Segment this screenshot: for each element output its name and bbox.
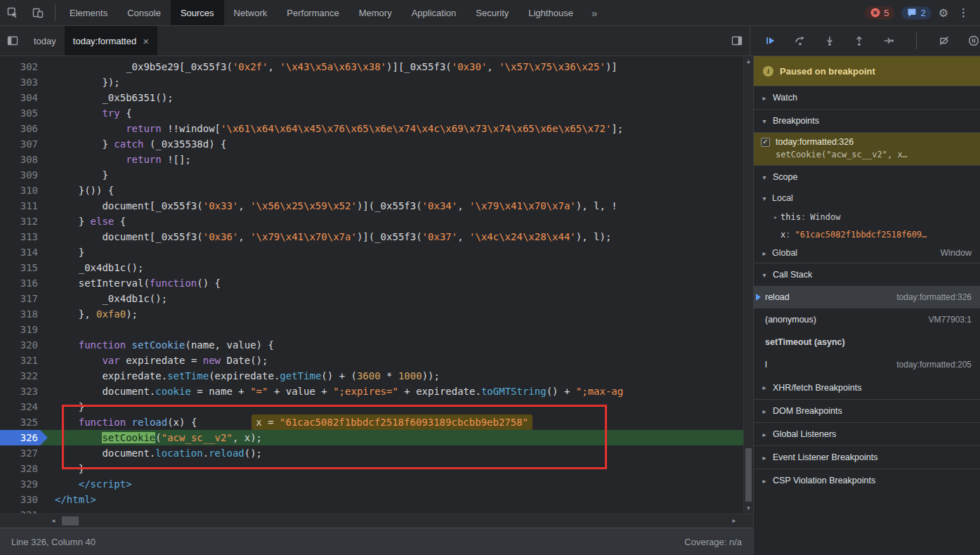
debugger-toolbar xyxy=(750,26,980,56)
line-number[interactable]: 326 xyxy=(0,430,48,445)
section-breakpoints[interactable]: ▾ Breakpoints xyxy=(754,109,980,132)
line-number[interactable]: 310 xyxy=(0,183,48,198)
line-number[interactable]: 325 xyxy=(0,414,48,430)
code-line-content: } xyxy=(48,399,743,414)
line-number[interactable]: 307 xyxy=(0,136,48,152)
line-number[interactable]: 321 xyxy=(0,353,48,368)
file-tab-today-formatted[interactable]: today:formatted × xyxy=(65,26,157,56)
section-dom-breakpoints[interactable]: ▸DOM Breakpoints xyxy=(754,399,980,422)
call-stack-frame[interactable]: reloadtoday:formatted:326 xyxy=(754,286,980,308)
editor-pane: 302 _0x9b5e29[_0x55f3('0x2f', '\x43\x5a\… xyxy=(0,56,753,555)
pause-on-exceptions-button[interactable] xyxy=(967,34,980,47)
panel-tab-bar: ElementsConsoleSourcesNetworkPerformance… xyxy=(0,0,980,26)
scope-group-local[interactable]: ▾ Local xyxy=(754,188,980,208)
tab-sources[interactable]: Sources xyxy=(171,0,224,25)
line-number[interactable]: 324 xyxy=(0,399,48,414)
code-line-308: 308 return ![]; xyxy=(0,152,743,167)
horizontal-scrollbar-thumb[interactable] xyxy=(62,516,79,525)
scope-group-global[interactable]: ▸ Global Window xyxy=(754,243,980,263)
section-watch[interactable]: ▸ Watch xyxy=(754,86,980,109)
line-number[interactable]: 323 xyxy=(0,384,48,399)
inspect-element-icon[interactable] xyxy=(0,0,25,25)
line-number[interactable]: 306 xyxy=(0,121,48,136)
toolbar-divider xyxy=(55,4,55,21)
tab-network[interactable]: Network xyxy=(224,0,277,25)
tab-security[interactable]: Security xyxy=(466,0,518,25)
line-number[interactable]: 314 xyxy=(0,244,48,260)
file-tab-today[interactable]: today xyxy=(25,26,65,56)
line-number[interactable]: 313 xyxy=(0,229,48,244)
line-number[interactable]: 320 xyxy=(0,337,48,353)
section-event-listener-breakpoints[interactable]: ▸Event Listener Breakpoints xyxy=(754,445,980,469)
scope-prop-this[interactable]: ▸ this: Window xyxy=(754,208,980,226)
line-number[interactable]: 312 xyxy=(0,214,48,229)
settings-gear-icon[interactable]: ⚙ xyxy=(939,6,948,20)
vertical-scrollbar-thumb[interactable] xyxy=(745,448,752,502)
step-button[interactable] xyxy=(882,34,895,47)
code-line-content: } xyxy=(48,461,743,476)
show-navigator-icon[interactable] xyxy=(0,26,25,56)
line-number[interactable]: 305 xyxy=(0,105,48,121)
line-number[interactable]: 330 xyxy=(0,492,48,507)
line-number[interactable]: 331 xyxy=(0,507,48,514)
chevron-right-icon: ▸ xyxy=(761,249,768,257)
code-lines: 302 _0x9b5e29[_0x55f3('0x2f', '\x43\x5a\… xyxy=(0,56,743,514)
section-xhr-fetch-breakpoints[interactable]: ▸XHR/fetch Breakpoints xyxy=(754,376,980,399)
call-stack-frame[interactable]: (anonymous)VM77903:1 xyxy=(754,308,980,331)
more-panels-chevron[interactable]: » xyxy=(583,7,606,19)
line-number[interactable]: 309 xyxy=(0,167,48,183)
section-csp-violation-breakpoints[interactable]: ▸CSP Violation Breakpoints xyxy=(754,469,980,492)
step-out-button[interactable] xyxy=(853,34,865,47)
line-number[interactable]: 311 xyxy=(0,198,48,214)
tab-application[interactable]: Application xyxy=(402,0,466,25)
horizontal-scrollbar[interactable]: ◄ ► xyxy=(0,514,753,528)
code-line-content xyxy=(48,322,743,337)
code-editor[interactable]: 302 _0x9b5e29[_0x55f3('0x2f', '\x43\x5a\… xyxy=(0,56,753,514)
line-number[interactable]: 302 xyxy=(0,59,48,74)
vertical-scrollbar[interactable]: ▲ ▼ xyxy=(743,56,753,514)
message-count-badge[interactable]: 2 xyxy=(901,6,931,20)
line-number[interactable]: 318 xyxy=(0,306,48,322)
deactivate-breakpoints-button[interactable] xyxy=(938,34,950,47)
tab-performance[interactable]: Performance xyxy=(277,0,348,25)
line-number[interactable]: 329 xyxy=(0,476,48,492)
breakpoint-entry[interactable]: ✓ today:formatted:326 setCookie("acw_sc_… xyxy=(754,132,980,165)
section-global-listeners[interactable]: ▸Global Listeners xyxy=(754,422,980,445)
breakpoint-checkbox[interactable]: ✓ xyxy=(761,138,770,147)
tab-memory[interactable]: Memory xyxy=(349,0,402,25)
close-tab-icon[interactable]: × xyxy=(143,35,149,47)
section-scope[interactable]: ▾ Scope xyxy=(754,165,980,188)
code-line-306: 306 return !!window['\x61\x64\x64\x45\x7… xyxy=(0,121,743,136)
scroll-up-icon[interactable]: ▲ xyxy=(744,56,753,67)
line-number[interactable]: 315 xyxy=(0,260,48,275)
more-options-icon[interactable]: ⋮ xyxy=(955,6,972,19)
code-line-320: 320 function setCookie(name, value) { xyxy=(0,337,743,353)
show-debugger-panel-icon[interactable] xyxy=(724,26,750,56)
line-number[interactable]: 319 xyxy=(0,322,48,337)
tab-console[interactable]: Console xyxy=(117,0,171,25)
error-count-badge[interactable]: 5 xyxy=(865,6,894,20)
line-number[interactable]: 328 xyxy=(0,461,48,476)
scroll-right-icon[interactable]: ► xyxy=(729,514,740,528)
scroll-left-icon[interactable]: ◄ xyxy=(48,514,59,528)
line-number[interactable]: 316 xyxy=(0,275,48,291)
breakpoint-code-preview: setCookie("acw_sc__v2", x… xyxy=(776,150,973,159)
call-stack-frame[interactable]: ltoday:formatted:205 xyxy=(754,353,980,376)
scroll-down-icon[interactable]: ▼ xyxy=(744,503,753,514)
step-over-button[interactable] xyxy=(794,34,806,47)
coverage-status[interactable]: Coverage: n/a xyxy=(684,537,742,547)
line-number[interactable]: 308 xyxy=(0,152,48,167)
toggle-device-toolbar-icon[interactable] xyxy=(25,0,51,25)
line-number[interactable]: 304 xyxy=(0,90,48,105)
tab-lighthouse[interactable]: Lighthouse xyxy=(518,0,583,25)
line-number[interactable]: 322 xyxy=(0,368,48,384)
line-number[interactable]: 303 xyxy=(0,74,48,90)
line-number[interactable]: 327 xyxy=(0,445,48,461)
tab-elements[interactable]: Elements xyxy=(60,0,117,25)
section-call-stack[interactable]: ▾ Call Stack xyxy=(754,263,980,286)
scope-prop-x[interactable]: x: "61cac5082f1bbdcf2518f609… xyxy=(754,226,980,243)
panel-tab-strip: ElementsConsoleSourcesNetworkPerformance… xyxy=(60,0,583,25)
resume-script-button[interactable] xyxy=(764,34,777,47)
step-into-button[interactable] xyxy=(823,34,836,47)
line-number[interactable]: 317 xyxy=(0,291,48,306)
